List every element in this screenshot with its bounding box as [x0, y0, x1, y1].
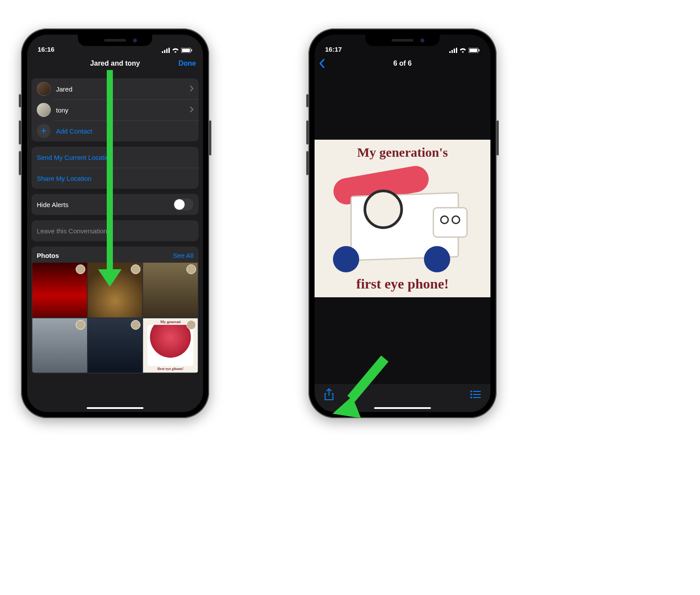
leave-label: Leave this Conversation — [37, 227, 107, 235]
contact-name: tony — [56, 106, 68, 114]
svg-rect-7 — [449, 51, 451, 53]
hide-alerts-toggle[interactable] — [173, 198, 193, 211]
screen-right: 16:17 6 of 6 My generation's — [315, 35, 490, 412]
svg-rect-8 — [452, 50, 453, 53]
sender-avatar — [186, 264, 196, 274]
photo-thumbnail[interactable]: My generati first eye phone! — [143, 318, 198, 373]
cellular-signal-icon — [449, 48, 457, 53]
share-button[interactable] — [324, 388, 334, 402]
plus-icon: + — [37, 124, 51, 138]
sender-avatar — [131, 320, 140, 330]
location-card: Send My Current Location Share My Locati… — [32, 147, 199, 189]
avatar — [37, 82, 51, 96]
svg-rect-2 — [166, 49, 168, 53]
contacts-card: Jared tony + Add Contact — [32, 78, 199, 141]
photo-thumbnail[interactable] — [32, 263, 87, 317]
svg-point-18 — [471, 397, 472, 398]
contact-name: Jared — [56, 85, 73, 93]
photo-thumbnail[interactable] — [32, 318, 87, 373]
leave-card: Leave this Conversation — [32, 220, 199, 241]
meme-illustration — [324, 163, 481, 272]
wifi-icon — [172, 48, 179, 53]
photo-thumbnail[interactable] — [143, 263, 198, 317]
photos-header: Photos — [37, 252, 59, 259]
contact-row-jared[interactable]: Jared — [32, 78, 199, 99]
hide-alerts-card: Hide Alerts — [32, 194, 199, 215]
notch — [78, 35, 152, 46]
photo-viewer[interactable]: My generation's first eye phone! — [315, 140, 490, 297]
status-time: 16:17 — [325, 46, 342, 53]
sender-avatar — [186, 320, 196, 330]
status-time: 16:16 — [38, 46, 54, 53]
contact-row-tony[interactable]: tony — [32, 99, 199, 120]
svg-rect-1 — [164, 50, 165, 53]
svg-rect-6 — [191, 49, 192, 52]
photo-thumbnail[interactable] — [88, 263, 143, 317]
phone-mockup-right: 16:17 6 of 6 My generation's — [308, 28, 497, 418]
sender-avatar — [76, 264, 85, 274]
wifi-icon — [459, 48, 466, 53]
nav-bar: Jared and tony Done — [27, 54, 203, 73]
svg-rect-5 — [182, 49, 190, 52]
svg-point-14 — [471, 391, 472, 392]
list-icon — [470, 391, 481, 398]
svg-point-16 — [471, 394, 472, 395]
hide-alerts-row: Hide Alerts — [32, 194, 199, 215]
meme-thumb-text-bot: first eye phone! — [145, 367, 196, 371]
home-indicator[interactable] — [87, 407, 144, 409]
back-button[interactable] — [319, 54, 325, 73]
meme-text-bot: first eye phone! — [320, 276, 485, 292]
svg-rect-0 — [162, 51, 163, 53]
meme-text-top: My generation's — [320, 145, 485, 160]
nav-title: 6 of 6 — [393, 60, 412, 67]
svg-rect-10 — [456, 48, 457, 53]
avatar — [37, 103, 51, 117]
sender-avatar — [131, 264, 140, 274]
leave-conversation-row[interactable]: Leave this Conversation — [32, 220, 199, 241]
cellular-signal-icon — [162, 48, 170, 53]
chevron-left-icon — [319, 59, 325, 68]
screen-left: 16:16 Jared and tony Done Ja — [27, 35, 203, 412]
phone-mockup-left: 16:16 Jared and tony Done Ja — [21, 28, 209, 418]
add-contact-label: Add Contact — [56, 127, 92, 135]
svg-rect-3 — [168, 48, 170, 53]
list-button[interactable] — [470, 391, 481, 400]
photo-grid: My generati first eye phone! — [32, 263, 199, 373]
svg-rect-9 — [454, 49, 455, 53]
photos-section: Photos See All My generati first eye pho… — [32, 246, 199, 373]
send-location-row[interactable]: Send My Current Location — [32, 147, 199, 168]
done-button[interactable]: Done — [178, 54, 196, 73]
share-location-row[interactable]: Share My Location — [32, 168, 199, 189]
hide-alerts-label: Hide Alerts — [37, 201, 69, 208]
home-indicator[interactable] — [374, 407, 431, 409]
battery-icon — [469, 48, 480, 53]
photo-thumbnail[interactable] — [88, 318, 143, 373]
nav-title: Jared and tony — [90, 60, 140, 67]
svg-rect-12 — [469, 49, 477, 52]
sender-avatar — [76, 320, 85, 330]
add-contact-row[interactable]: + Add Contact — [32, 120, 199, 141]
share-icon — [324, 388, 334, 401]
chevron-right-icon — [190, 85, 193, 93]
send-location-label: Send My Current Location — [37, 154, 113, 161]
svg-rect-13 — [479, 49, 480, 52]
nav-bar: 6 of 6 — [315, 54, 490, 73]
notch — [365, 35, 440, 46]
see-all-button[interactable]: See All — [173, 252, 193, 259]
chevron-right-icon — [190, 106, 193, 114]
share-location-label: Share My Location — [37, 175, 91, 182]
battery-icon — [181, 48, 192, 53]
